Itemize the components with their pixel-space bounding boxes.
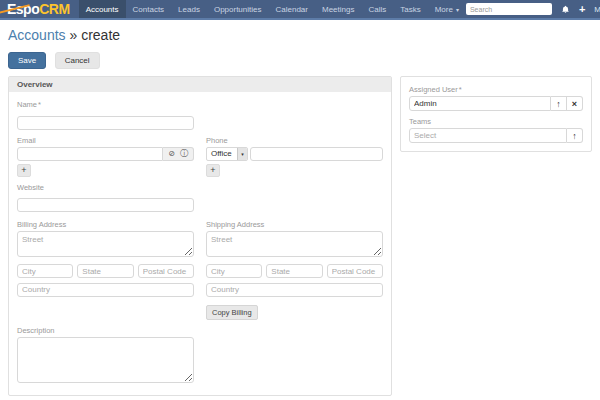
menu-dropdown[interactable]: Menu▾ xyxy=(594,5,600,14)
overview-panel: Overview Name* Email xyxy=(8,76,392,396)
required-asterisk: * xyxy=(38,100,41,109)
add-email-button[interactable]: + xyxy=(17,164,31,177)
tab-leads[interactable]: Leads xyxy=(171,0,207,18)
billing-state-field[interactable] xyxy=(77,264,133,278)
menu-label: Menu xyxy=(594,5,600,14)
add-phone-button[interactable]: + xyxy=(206,164,220,177)
tab-calendar[interactable]: Calendar xyxy=(269,0,315,18)
billing-postal-code-field[interactable] xyxy=(138,264,194,278)
email-label: Email xyxy=(17,136,194,145)
select-teams-button[interactable]: ↑ xyxy=(567,128,583,143)
tab-label: Meetings xyxy=(322,5,354,14)
tab-label: More xyxy=(435,5,453,14)
save-button[interactable]: Save xyxy=(8,52,46,69)
tab-label: Calls xyxy=(368,5,386,14)
shipping-street-field[interactable] xyxy=(206,231,383,257)
name-label: Name* xyxy=(17,100,194,109)
bell-icon[interactable] xyxy=(561,5,570,14)
quick-create-plus-icon[interactable]: + xyxy=(579,4,585,15)
breadcrumb-separator: » xyxy=(69,27,77,43)
billing-street-field[interactable] xyxy=(17,231,194,257)
copy-billing-button[interactable]: Copy Billing xyxy=(206,305,258,320)
website-field[interactable] xyxy=(17,198,194,212)
assigned-user-field[interactable] xyxy=(409,96,551,111)
description-field[interactable] xyxy=(17,337,194,383)
teams-label: Teams xyxy=(409,117,583,126)
name-field[interactable] xyxy=(17,116,194,130)
tab-opportunities[interactable]: Opportunities xyxy=(207,0,269,18)
breadcrumb-accounts-link[interactable]: Accounts xyxy=(8,27,66,43)
navbar: EspoCRM Accounts Contacts Leads Opportun… xyxy=(0,0,600,20)
tab-more[interactable]: More▾ xyxy=(428,0,466,18)
tab-calls[interactable]: Calls xyxy=(361,0,393,18)
tab-label: Opportunities xyxy=(214,5,262,14)
email-field[interactable] xyxy=(17,147,163,161)
invalid-icon[interactable]: ⓘ xyxy=(180,150,188,158)
shipping-state-field[interactable] xyxy=(266,264,322,278)
logo-crm-text: CRM xyxy=(39,1,69,17)
billing-address-label: Billing Address xyxy=(17,220,194,229)
arrow-up-icon: ↑ xyxy=(572,131,577,141)
tab-label: Tasks xyxy=(400,5,420,14)
phone-label: Phone xyxy=(206,136,383,145)
tab-contacts[interactable]: Contacts xyxy=(126,0,172,18)
cancel-button[interactable]: Cancel xyxy=(55,52,100,69)
navbar-tabs: Accounts Contacts Leads Opportunities Ca… xyxy=(79,0,466,18)
tab-accounts[interactable]: Accounts xyxy=(79,0,126,18)
billing-country-field[interactable] xyxy=(17,283,194,297)
chevron-down-icon: ▾ xyxy=(237,148,247,160)
phone-type-select[interactable]: Office ▾ xyxy=(206,147,248,161)
phone-type-value: Office xyxy=(207,148,237,160)
tab-label: Calendar xyxy=(276,5,308,14)
shipping-postal-code-field[interactable] xyxy=(327,264,383,278)
search-input[interactable] xyxy=(466,3,552,15)
select-user-button[interactable]: ↑ xyxy=(551,96,567,111)
opt-out-icon[interactable]: ⊘ xyxy=(168,150,175,158)
shipping-city-field[interactable] xyxy=(206,264,262,278)
arrow-up-icon: ↑ xyxy=(556,99,561,109)
tab-label: Contacts xyxy=(133,5,165,14)
required-asterisk: * xyxy=(459,85,462,94)
description-label: Description xyxy=(17,326,194,335)
billing-city-field[interactable] xyxy=(17,264,73,278)
tab-label: Leads xyxy=(178,5,200,14)
assigned-user-label: Assigned User* xyxy=(409,85,583,94)
side-panel: Assigned User* ↑ × Teams ↑ xyxy=(400,76,592,152)
page-title-create: create xyxy=(81,27,120,43)
clear-user-button[interactable]: × xyxy=(567,96,583,111)
overview-panel-title: Overview xyxy=(9,77,391,92)
close-icon: × xyxy=(572,99,577,109)
email-addon: ⊘ ⓘ xyxy=(163,147,194,161)
teams-field[interactable] xyxy=(409,128,567,143)
logo[interactable]: EspoCRM xyxy=(0,0,79,18)
website-label: Website xyxy=(17,183,194,192)
action-buttons: Save Cancel xyxy=(8,49,592,69)
phone-field[interactable] xyxy=(250,147,383,161)
logo-espo-text: Espo xyxy=(7,1,39,17)
tab-tasks[interactable]: Tasks xyxy=(393,0,427,18)
shipping-country-field[interactable] xyxy=(206,283,383,297)
shipping-address-label: Shipping Address xyxy=(206,220,383,229)
tab-label: Accounts xyxy=(86,5,119,14)
breadcrumb: Accounts » create xyxy=(8,27,592,43)
navbar-right: + Menu▾ xyxy=(466,0,600,18)
tab-meetings[interactable]: Meetings xyxy=(315,0,361,18)
chevron-down-icon: ▾ xyxy=(456,6,459,13)
